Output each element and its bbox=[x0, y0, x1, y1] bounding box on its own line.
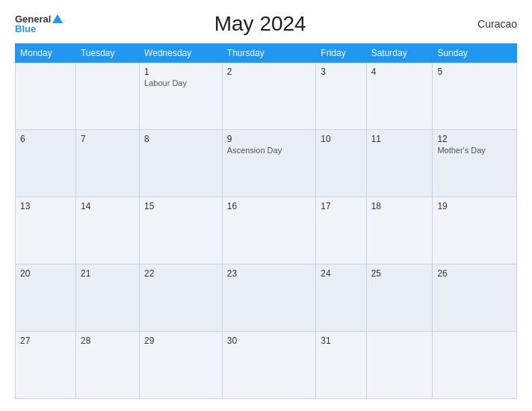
calendar-table: Monday Tuesday Wednesday Thursday Friday… bbox=[15, 43, 517, 399]
day-number: 14 bbox=[81, 201, 134, 211]
day-number: 28 bbox=[81, 336, 134, 346]
calendar-cell: 19 bbox=[433, 197, 517, 265]
calendar-cell: 17 bbox=[316, 197, 366, 265]
calendar-cell: 4 bbox=[366, 63, 433, 130]
calendar-cell: 31 bbox=[316, 332, 366, 399]
day-number: 23 bbox=[227, 268, 312, 279]
logo-triangle-icon bbox=[52, 14, 63, 23]
calendar-cell: 18 bbox=[366, 197, 433, 265]
calendar-cell: 22 bbox=[140, 265, 223, 332]
calendar-cell: 6 bbox=[16, 130, 76, 197]
day-number: 19 bbox=[437, 201, 512, 211]
calendar-page: General Blue May 2024 Curacao Monday Tue… bbox=[0, 0, 532, 411]
calendar-cell: 24 bbox=[316, 265, 366, 332]
calendar-cell: 10 bbox=[316, 130, 366, 197]
calendar-cell: 23 bbox=[222, 265, 316, 332]
day-number: 5 bbox=[437, 67, 512, 77]
day-number: 17 bbox=[321, 201, 361, 211]
header-tuesday: Tuesday bbox=[75, 44, 139, 63]
calendar-cell: 13 bbox=[16, 197, 76, 265]
calendar-cell: 28 bbox=[75, 332, 139, 399]
calendar-week-row: 20212223242526 bbox=[16, 265, 517, 332]
day-number: 24 bbox=[321, 268, 361, 279]
calendar-cell: 16 bbox=[222, 197, 316, 265]
logo-blue-text: Blue bbox=[15, 24, 36, 34]
day-number: 22 bbox=[144, 268, 217, 279]
day-number: 21 bbox=[81, 268, 134, 279]
calendar-cell: 26 bbox=[433, 265, 517, 332]
calendar-week-row: 1Labour Day2345 bbox=[16, 63, 517, 130]
calendar-cell: 8 bbox=[140, 130, 223, 197]
calendar-cell bbox=[16, 63, 76, 130]
calendar-cell: 5 bbox=[433, 63, 517, 130]
calendar-cell: 9Ascension Day bbox=[222, 130, 316, 197]
day-number: 2 bbox=[227, 67, 312, 77]
day-number: 31 bbox=[321, 336, 361, 346]
region-label: Curacao bbox=[457, 18, 517, 30]
day-number: 11 bbox=[371, 134, 428, 144]
day-number: 3 bbox=[321, 67, 361, 77]
calendar-header: General Blue May 2024 Curacao bbox=[15, 12, 517, 36]
day-number: 9 bbox=[227, 134, 312, 144]
day-number: 12 bbox=[437, 134, 512, 144]
day-number: 13 bbox=[20, 201, 71, 211]
calendar-week-row: 2728293031 bbox=[16, 332, 517, 399]
calendar-cell: 11 bbox=[366, 130, 433, 197]
day-number: 8 bbox=[144, 134, 217, 144]
day-number: 7 bbox=[81, 134, 134, 144]
day-number: 6 bbox=[20, 134, 71, 144]
header-monday: Monday bbox=[16, 44, 76, 63]
day-number: 1 bbox=[144, 67, 217, 77]
day-number: 29 bbox=[144, 336, 217, 346]
header-saturday: Saturday bbox=[366, 44, 433, 63]
day-number: 27 bbox=[20, 336, 71, 346]
calendar-cell: 2 bbox=[222, 63, 316, 130]
calendar-cell: 14 bbox=[75, 197, 139, 265]
holiday-name: Labour Day bbox=[144, 78, 217, 87]
calendar-cell: 21 bbox=[75, 265, 139, 332]
day-number: 10 bbox=[321, 134, 361, 144]
calendar-cell bbox=[366, 332, 433, 399]
day-number: 26 bbox=[437, 268, 512, 279]
calendar-cell: 25 bbox=[366, 265, 433, 332]
calendar-cell: 30 bbox=[222, 332, 316, 399]
calendar-cell: 7 bbox=[75, 130, 139, 197]
day-number: 4 bbox=[371, 67, 428, 77]
day-number: 30 bbox=[227, 336, 312, 346]
calendar-cell: 20 bbox=[16, 265, 76, 332]
day-number: 25 bbox=[371, 268, 428, 279]
day-number: 18 bbox=[371, 201, 428, 211]
day-number: 20 bbox=[20, 268, 71, 279]
calendar-cell: 29 bbox=[140, 332, 223, 399]
calendar-week-row: 13141516171819 bbox=[16, 197, 517, 265]
logo-wrapper: General Blue bbox=[15, 14, 63, 34]
calendar-cell bbox=[75, 63, 139, 130]
calendar-cell: 12Mother's Day bbox=[433, 130, 517, 197]
logo: General Blue bbox=[15, 14, 63, 34]
day-number: 15 bbox=[144, 201, 217, 211]
calendar-cell: 3 bbox=[316, 63, 366, 130]
header-thursday: Thursday bbox=[222, 44, 316, 63]
calendar-cell: 27 bbox=[16, 332, 76, 399]
holiday-name: Ascension Day bbox=[227, 146, 312, 155]
header-friday: Friday bbox=[316, 44, 366, 63]
header-sunday: Sunday bbox=[433, 44, 517, 63]
weekday-header-row: Monday Tuesday Wednesday Thursday Friday… bbox=[16, 44, 517, 63]
calendar-cell bbox=[433, 332, 517, 399]
holiday-name: Mother's Day bbox=[437, 146, 512, 155]
calendar-cell: 15 bbox=[140, 197, 223, 265]
calendar-title: May 2024 bbox=[63, 12, 457, 36]
calendar-week-row: 6789Ascension Day101112Mother's Day bbox=[16, 130, 517, 197]
calendar-cell: 1Labour Day bbox=[140, 63, 223, 130]
header-wednesday: Wednesday bbox=[140, 44, 223, 63]
day-number: 16 bbox=[227, 201, 312, 211]
